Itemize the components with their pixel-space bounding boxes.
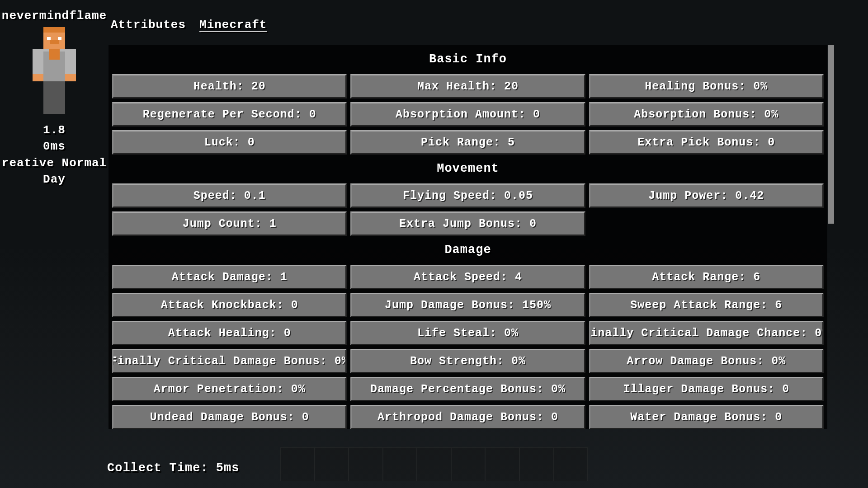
attribute-button[interactable]: Healing Bonus: 0% — [589, 74, 824, 99]
hotbar-slot[interactable] — [519, 447, 554, 481]
section-header: Damage — [110, 236, 826, 265]
scrollbar-thumb[interactable] — [828, 45, 834, 224]
attribute-button[interactable]: Max Health: 20 — [350, 74, 585, 99]
attribute-button[interactable]: Jump Count: 1 — [112, 211, 347, 236]
attribute-button[interactable]: Attack Range: 6 — [589, 265, 824, 289]
player-version: 1.8 — [0, 122, 108, 138]
hotbar-slot[interactable] — [485, 447, 519, 481]
tab-minecraft[interactable]: Minecraft — [199, 18, 267, 32]
attribute-button[interactable]: Finally Critical Damage Chance: 0% — [589, 321, 824, 345]
attribute-button[interactable]: Finally Critical Damage Bonus: 0% — [112, 349, 347, 373]
attribute-button[interactable]: Extra Jump Bonus: 0 — [350, 211, 585, 236]
attribute-button[interactable]: Extra Pick Bonus: 0 — [589, 130, 824, 155]
hotbar-slot[interactable] — [383, 447, 417, 481]
attribute-button[interactable]: Sweep Attack Range: 6 — [589, 293, 824, 317]
attribute-grid: Speed: 0.1Flying Speed: 0.05Jump Power: … — [110, 183, 826, 236]
tab-attributes[interactable]: Attributes — [111, 18, 186, 32]
attribute-button[interactable]: Speed: 0.1 — [112, 183, 347, 208]
attribute-button[interactable]: Health: 20 — [112, 74, 347, 99]
attribute-grid: Health: 20Max Health: 20Healing Bonus: 0… — [110, 74, 826, 155]
section-header: Basic Info — [110, 45, 826, 74]
attribute-button[interactable]: Undead Damage Bonus: 0 — [112, 405, 347, 429]
collect-time: Collect Time: 5ms — [107, 461, 239, 475]
hotbar-slot[interactable] — [315, 447, 349, 481]
player-ping: 0ms — [0, 138, 108, 155]
attribute-button[interactable]: Jump Damage Bonus: 150% — [350, 293, 585, 317]
section-header: Movement — [110, 155, 826, 183]
attribute-button[interactable]: Flying Speed: 0.05 — [350, 183, 585, 208]
attribute-button[interactable]: Absorption Amount: 0 — [350, 102, 585, 127]
attribute-button[interactable]: Illager Damage Bonus: 0 — [589, 377, 824, 401]
main-panel: Basic InfoHealth: 20Max Health: 20Healin… — [108, 45, 827, 429]
hotbar-slot[interactable] — [451, 447, 486, 481]
attribute-button[interactable]: Regenerate Per Second: 0 — [112, 102, 347, 127]
hotbar — [280, 447, 588, 481]
attribute-button[interactable]: Attack Speed: 4 — [350, 265, 585, 289]
attribute-button[interactable]: Life Steal: 0% — [350, 321, 585, 345]
attribute-button[interactable]: Jump Power: 0.42 — [589, 183, 824, 208]
hotbar-slot[interactable] — [349, 447, 383, 481]
hotbar-slot[interactable] — [417, 447, 451, 481]
attribute-button[interactable]: Damage Percentage Bonus: 0% — [350, 377, 585, 401]
tab-bar: Attributes Minecraft — [111, 18, 267, 32]
attribute-button[interactable]: Pick Range: 5 — [350, 130, 585, 155]
attribute-button[interactable]: Arthropod Damage Bonus: 0 — [350, 405, 585, 429]
hotbar-slot[interactable] — [280, 447, 315, 481]
attribute-button[interactable]: Luck: 0 — [112, 130, 347, 155]
attribute-button[interactable]: Attack Knockback: 0 — [112, 293, 347, 317]
player-info: 1.8 0ms reative Normal Day — [0, 122, 108, 188]
attribute-button[interactable]: Arrow Damage Bonus: 0% — [589, 349, 824, 373]
player-avatar — [29, 27, 79, 115]
attribute-button[interactable]: Armor Penetration: 0% — [112, 377, 347, 401]
attribute-button[interactable]: Absorption Bonus: 0% — [589, 102, 824, 127]
attribute-grid: Attack Damage: 1Attack Speed: 4Attack Ra… — [110, 265, 826, 429]
hotbar-slot[interactable] — [554, 447, 588, 481]
attribute-button[interactable]: Attack Healing: 0 — [112, 321, 347, 345]
attribute-button[interactable]: Bow Strength: 0% — [350, 349, 585, 373]
player-sidebar: nevermindflame 1.8 0ms reative Normal Da… — [0, 9, 108, 188]
attribute-button[interactable]: Attack Damage: 1 — [112, 265, 347, 289]
player-mode: reative Normal Day — [0, 155, 108, 188]
player-name: nevermindflame — [0, 9, 108, 23]
attribute-button[interactable]: Water Damage Bonus: 0 — [589, 405, 824, 429]
attribute-scroll-area[interactable]: Basic InfoHealth: 20Max Health: 20Healin… — [108, 45, 827, 429]
